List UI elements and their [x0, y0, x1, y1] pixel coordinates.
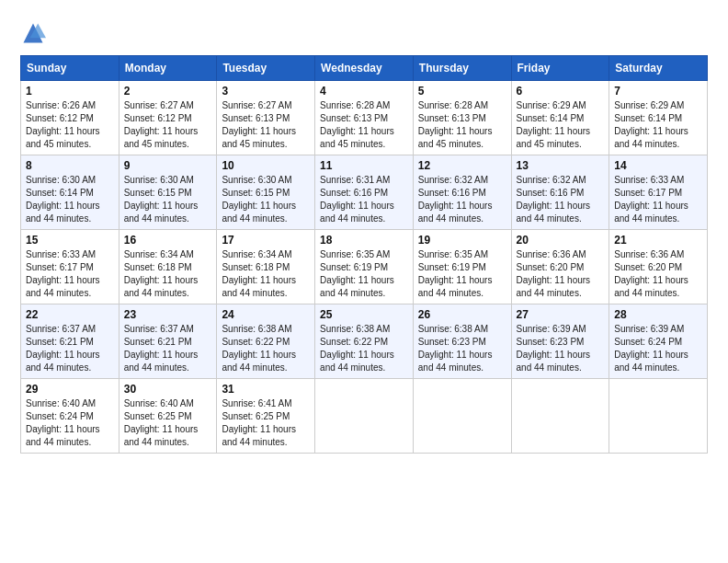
calendar-cell: 10 Sunrise: 6:30 AM Sunset: 6:15 PM Dayl… — [217, 155, 315, 230]
day-detail: Sunrise: 6:30 AM Sunset: 6:15 PM Dayligh… — [124, 174, 212, 225]
day-number: 18 — [320, 234, 408, 247]
sunset-label: Sunset: 6:14 PM — [614, 113, 682, 123]
col-header-sunday: Sunday — [21, 56, 119, 81]
day-detail: Sunrise: 6:28 AM Sunset: 6:13 PM Dayligh… — [320, 99, 408, 151]
day-detail: Sunrise: 6:40 AM Sunset: 6:25 PM Dayligh… — [124, 397, 212, 449]
day-number: 9 — [124, 159, 212, 172]
sunset-label: Sunset: 6:24 PM — [614, 337, 682, 347]
day-number: 31 — [222, 383, 310, 396]
calendar-cell: 22 Sunrise: 6:37 AM Sunset: 6:21 PM Dayl… — [21, 304, 119, 379]
sunset-label: Sunset: 6:20 PM — [614, 262, 682, 272]
calendar-cell — [609, 379, 708, 454]
day-number: 13 — [517, 159, 605, 172]
day-detail: Sunrise: 6:37 AM Sunset: 6:21 PM Dayligh… — [26, 323, 114, 374]
daylight-label: Daylight: 11 hours and 44 minutes. — [124, 201, 199, 224]
day-number: 11 — [320, 159, 408, 172]
day-detail: Sunrise: 6:33 AM Sunset: 6:17 PM Dayligh… — [26, 248, 114, 300]
daylight-label: Daylight: 11 hours and 44 minutes. — [517, 275, 591, 298]
day-detail: Sunrise: 6:35 AM Sunset: 6:19 PM Dayligh… — [320, 248, 408, 300]
sunset-label: Sunset: 6:16 PM — [517, 188, 585, 198]
calendar-cell: 30 Sunrise: 6:40 AM Sunset: 6:25 PM Dayl… — [119, 379, 217, 454]
daylight-label: Daylight: 11 hours and 44 minutes. — [517, 350, 591, 373]
calendar-week-row: 8 Sunrise: 6:30 AM Sunset: 6:14 PM Dayli… — [21, 155, 708, 230]
daylight-label: Daylight: 11 hours and 45 minutes. — [418, 126, 493, 149]
day-number: 3 — [222, 85, 310, 98]
sunrise-label: Sunrise: 6:38 AM — [320, 324, 390, 334]
sunrise-label: Sunrise: 6:32 AM — [517, 175, 586, 185]
calendar-header-row: SundayMondayTuesdayWednesdayThursdayFrid… — [21, 56, 708, 81]
sunrise-label: Sunrise: 6:37 AM — [124, 324, 194, 334]
sunrise-label: Sunrise: 6:34 AM — [124, 249, 194, 259]
sunset-label: Sunset: 6:25 PM — [124, 411, 192, 421]
sunrise-label: Sunrise: 6:28 AM — [418, 100, 488, 110]
day-detail: Sunrise: 6:27 AM Sunset: 6:12 PM Dayligh… — [124, 99, 212, 151]
calendar-week-row: 15 Sunrise: 6:33 AM Sunset: 6:17 PM Dayl… — [21, 230, 708, 304]
day-detail: Sunrise: 6:40 AM Sunset: 6:24 PM Dayligh… — [26, 397, 114, 449]
logo-icon — [20, 20, 46, 46]
sunrise-label: Sunrise: 6:28 AM — [320, 100, 390, 110]
sunset-label: Sunset: 6:19 PM — [418, 262, 486, 272]
sunrise-label: Sunrise: 6:27 AM — [124, 100, 194, 110]
day-number: 4 — [320, 85, 408, 98]
sunrise-label: Sunrise: 6:40 AM — [26, 398, 96, 408]
sunrise-label: Sunrise: 6:33 AM — [614, 175, 684, 185]
daylight-label: Daylight: 11 hours and 44 minutes. — [222, 350, 296, 373]
sunset-label: Sunset: 6:14 PM — [26, 188, 94, 198]
day-detail: Sunrise: 6:39 AM Sunset: 6:24 PM Dayligh… — [614, 323, 702, 374]
calendar-cell: 4 Sunrise: 6:28 AM Sunset: 6:13 PM Dayli… — [315, 81, 414, 155]
daylight-label: Daylight: 11 hours and 44 minutes. — [614, 350, 688, 373]
day-number: 8 — [26, 159, 114, 172]
calendar-cell: 16 Sunrise: 6:34 AM Sunset: 6:18 PM Dayl… — [119, 230, 217, 304]
sunrise-label: Sunrise: 6:27 AM — [222, 100, 291, 110]
sunrise-label: Sunrise: 6:33 AM — [26, 249, 96, 259]
sunrise-label: Sunrise: 6:39 AM — [517, 324, 586, 334]
calendar-cell: 7 Sunrise: 6:29 AM Sunset: 6:14 PM Dayli… — [609, 81, 708, 155]
daylight-label: Daylight: 11 hours and 44 minutes. — [26, 275, 100, 298]
col-header-saturday: Saturday — [609, 56, 708, 81]
calendar-cell: 2 Sunrise: 6:27 AM Sunset: 6:12 PM Dayli… — [119, 81, 217, 155]
col-header-friday: Friday — [511, 56, 609, 81]
day-detail: Sunrise: 6:31 AM Sunset: 6:16 PM Dayligh… — [320, 174, 408, 225]
day-detail: Sunrise: 6:36 AM Sunset: 6:20 PM Dayligh… — [517, 248, 605, 300]
day-detail: Sunrise: 6:33 AM Sunset: 6:17 PM Dayligh… — [614, 174, 702, 225]
sunset-label: Sunset: 6:21 PM — [26, 337, 94, 347]
sunset-label: Sunset: 6:25 PM — [222, 411, 290, 421]
sunset-label: Sunset: 6:12 PM — [124, 113, 192, 123]
day-number: 16 — [124, 234, 212, 247]
sunrise-label: Sunrise: 6:39 AM — [614, 324, 684, 334]
daylight-label: Daylight: 11 hours and 44 minutes. — [320, 350, 394, 373]
calendar-cell: 17 Sunrise: 6:34 AM Sunset: 6:18 PM Dayl… — [217, 230, 315, 304]
sunrise-label: Sunrise: 6:36 AM — [614, 249, 684, 259]
day-number: 23 — [124, 308, 212, 321]
calendar-cell — [413, 379, 511, 454]
sunrise-label: Sunrise: 6:31 AM — [320, 175, 390, 185]
day-number: 15 — [26, 234, 114, 247]
sunset-label: Sunset: 6:16 PM — [320, 188, 388, 198]
calendar-cell: 15 Sunrise: 6:33 AM Sunset: 6:17 PM Dayl… — [21, 230, 119, 304]
day-detail: Sunrise: 6:29 AM Sunset: 6:14 PM Dayligh… — [517, 99, 605, 151]
calendar-cell: 27 Sunrise: 6:39 AM Sunset: 6:23 PM Dayl… — [511, 304, 609, 379]
col-header-thursday: Thursday — [413, 56, 511, 81]
day-detail: Sunrise: 6:39 AM Sunset: 6:23 PM Dayligh… — [517, 323, 605, 374]
daylight-label: Daylight: 11 hours and 44 minutes. — [320, 275, 394, 298]
daylight-label: Daylight: 11 hours and 44 minutes. — [222, 424, 296, 447]
calendar-cell: 8 Sunrise: 6:30 AM Sunset: 6:14 PM Dayli… — [21, 155, 119, 230]
col-header-tuesday: Tuesday — [217, 56, 315, 81]
day-detail: Sunrise: 6:32 AM Sunset: 6:16 PM Dayligh… — [517, 174, 605, 225]
day-number: 27 — [517, 308, 605, 321]
calendar-cell: 23 Sunrise: 6:37 AM Sunset: 6:21 PM Dayl… — [119, 304, 217, 379]
sunrise-label: Sunrise: 6:38 AM — [222, 324, 291, 334]
day-detail: Sunrise: 6:41 AM Sunset: 6:25 PM Dayligh… — [222, 397, 310, 449]
sunset-label: Sunset: 6:19 PM — [320, 262, 388, 272]
sunrise-label: Sunrise: 6:41 AM — [222, 398, 291, 408]
day-number: 14 — [614, 159, 702, 172]
sunset-label: Sunset: 6:21 PM — [124, 337, 192, 347]
calendar-cell: 20 Sunrise: 6:36 AM Sunset: 6:20 PM Dayl… — [511, 230, 609, 304]
daylight-label: Daylight: 11 hours and 44 minutes. — [222, 275, 296, 298]
day-number: 21 — [614, 234, 702, 247]
calendar-cell: 3 Sunrise: 6:27 AM Sunset: 6:13 PM Dayli… — [217, 81, 315, 155]
day-number: 24 — [222, 308, 310, 321]
daylight-label: Daylight: 11 hours and 44 minutes. — [517, 201, 591, 224]
sunrise-label: Sunrise: 6:35 AM — [418, 249, 488, 259]
day-detail: Sunrise: 6:38 AM Sunset: 6:22 PM Dayligh… — [222, 323, 310, 374]
